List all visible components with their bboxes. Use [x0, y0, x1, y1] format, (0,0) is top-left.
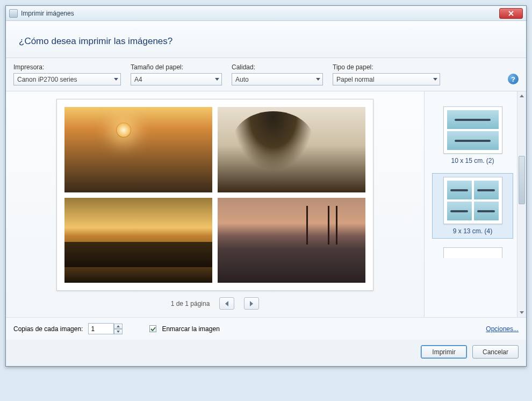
header: ¿Cómo desea imprimir las imágenes? [6, 21, 526, 58]
triangle-up-icon [520, 95, 524, 97]
button-row: Imprimir Cancelar [6, 340, 526, 366]
triangle-down-icon [520, 311, 524, 314]
photo-thumbnail [218, 198, 365, 283]
main-area: 1 de 1 página 10 x 15 cm. (2) 9 x 13 cm.… [6, 91, 526, 317]
prev-page-button[interactable] [219, 297, 234, 310]
quality-label: Calidad: [232, 63, 323, 71]
copies-increment[interactable] [114, 324, 123, 329]
paper-type-label: Tipo de papel: [333, 63, 440, 71]
app-icon [9, 9, 18, 18]
preview-pane: 1 de 1 página [6, 91, 424, 317]
photo-thumbnail [64, 107, 212, 192]
next-page-button[interactable] [244, 297, 259, 310]
print-button-label: Imprimir [432, 348, 455, 356]
chevron-down-icon [215, 78, 219, 81]
paper-size-value: A4 [134, 76, 142, 83]
layout-thumb [443, 247, 502, 258]
scroll-thumb[interactable] [519, 156, 525, 204]
chevron-down-icon [316, 78, 320, 81]
layout-option-partial[interactable] [432, 244, 513, 261]
cancel-button[interactable]: Cancelar [472, 345, 519, 359]
paper-type-dropdown[interactable]: Papel normal [333, 73, 440, 85]
quality-dropdown[interactable]: Auto [232, 73, 323, 85]
layouts-pane: 10 x 15 cm. (2) 9 x 13 cm. (4) [424, 91, 526, 317]
layout-thumb [443, 106, 502, 154]
close-icon [508, 11, 514, 16]
help-button[interactable]: ? [508, 74, 519, 84]
printer-dropdown[interactable]: Canon iP2700 series [13, 73, 121, 85]
copies-label: Copias de cada imagen: [13, 325, 83, 333]
triangle-right-icon [250, 301, 253, 306]
pager: 1 de 1 página [171, 297, 260, 310]
print-button[interactable]: Imprimir [421, 345, 467, 359]
layout-caption: 9 x 13 cm. (4) [436, 227, 509, 235]
print-pictures-dialog: Imprimir imágenes ¿Cómo desea imprimir l… [5, 5, 527, 367]
triangle-left-icon [225, 301, 228, 306]
copies-decrement[interactable] [114, 329, 123, 334]
paper-size-dropdown[interactable]: A4 [131, 73, 222, 85]
layout-caption: 10 x 15 cm. (2) [435, 157, 510, 164]
scroll-down-button[interactable] [517, 308, 526, 317]
layout-option-9x13[interactable]: 9 x 13 cm. (4) [432, 173, 513, 239]
options-row: Impresora: Canon iP2700 series Tamaño de… [6, 58, 526, 91]
pager-text: 1 de 1 página [171, 300, 210, 307]
chevron-down-icon [114, 78, 118, 81]
page-preview [56, 99, 373, 291]
copies-spinner [88, 323, 123, 334]
window-title: Imprimir imágenes [21, 10, 74, 17]
fit-frame-label: Enmarcar la imagen [162, 325, 219, 333]
photo-thumbnail [218, 107, 365, 192]
chevron-down-icon [433, 78, 437, 81]
scroll-up-button[interactable] [517, 91, 526, 101]
close-button[interactable] [499, 8, 523, 19]
fit-frame-checkbox[interactable] [149, 325, 156, 332]
layout-thumb [443, 177, 502, 224]
copies-input[interactable] [88, 323, 114, 334]
titlebar: Imprimir imágenes [6, 6, 526, 21]
paper-type-value: Papel normal [336, 76, 375, 83]
photo-thumbnail [64, 198, 212, 283]
options-link[interactable]: Opciones... [486, 325, 519, 333]
layout-option-10x15[interactable]: 10 x 15 cm. (2) [432, 103, 513, 168]
quality-value: Auto [235, 76, 249, 83]
paper-size-label: Tamaño del papel: [131, 63, 222, 71]
header-question: ¿Cómo desea imprimir las imágenes? [19, 36, 513, 47]
check-icon [150, 326, 156, 332]
scrollbar[interactable] [517, 91, 526, 317]
cancel-button-label: Cancelar [483, 348, 508, 356]
footer-row: Copias de cada imagen: Enmarcar la image… [6, 317, 526, 340]
triangle-up-icon [117, 325, 120, 327]
triangle-down-icon [117, 331, 120, 333]
printer-label: Impresora: [13, 63, 121, 71]
printer-value: Canon iP2700 series [17, 76, 77, 83]
